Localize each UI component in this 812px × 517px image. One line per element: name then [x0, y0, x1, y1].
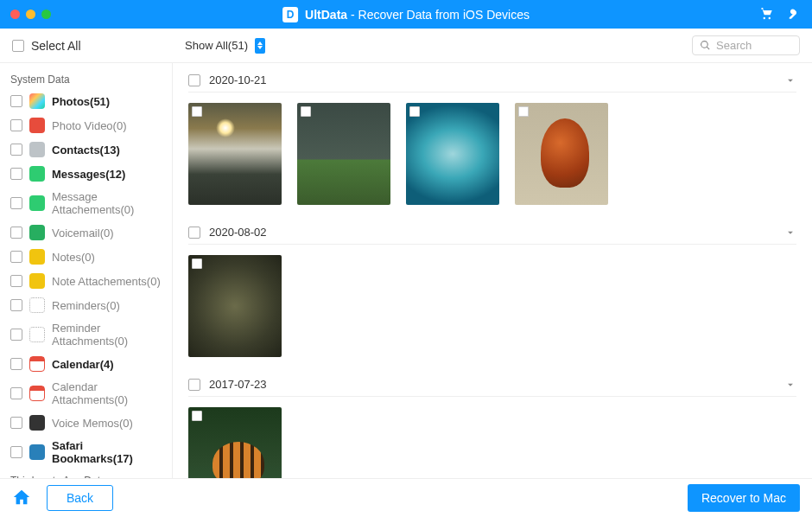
filter-dropdown[interactable]: Show All(51): [185, 38, 265, 54]
toolbar: Select All Show All(51) Search: [0, 29, 812, 63]
sidebar-item[interactable]: Reminder Attachments(0): [9, 317, 163, 352]
svg-point-1: [769, 17, 771, 19]
sidebar-section-label: Third-party App Data: [9, 469, 163, 478]
search-placeholder: Search: [716, 39, 752, 52]
home-icon[interactable]: [12, 488, 31, 509]
sidebar-item-label: Message Attachements(0): [52, 190, 162, 216]
sidebar-item[interactable]: Photo Video(0): [9, 113, 163, 137]
messages-icon: [29, 166, 45, 182]
sidebar-item-label: Safari Bookmarks(17): [52, 439, 162, 465]
sidebar-item[interactable]: Photos(51): [9, 89, 163, 113]
photo-thumbnail[interactable]: [515, 103, 608, 205]
calendar-icon: [29, 356, 45, 372]
photo-thumbnail[interactable]: [188, 255, 282, 357]
sidebar-item-label: Voicemail(0): [52, 227, 114, 239]
safari-icon: [29, 444, 45, 460]
date-label: 2017-07-23: [209, 378, 267, 391]
photo-thumbnail[interactable]: [188, 103, 282, 205]
search-input[interactable]: Search: [692, 35, 800, 55]
photo-thumbnail[interactable]: [188, 407, 282, 478]
chevron-down-icon: [784, 379, 796, 391]
close-window-button[interactable]: [10, 10, 20, 19]
sidebar-item[interactable]: Contacts(13): [9, 137, 163, 162]
checkbox-icon[interactable]: [10, 275, 22, 287]
checkbox-icon[interactable]: [409, 106, 420, 117]
sidebar-item-label: Note Attachements(0): [52, 275, 161, 288]
checkbox-icon[interactable]: [192, 106, 202, 117]
photos-icon: [29, 93, 45, 109]
maximize-window-button[interactable]: [41, 10, 51, 19]
checkbox-icon[interactable]: [10, 95, 22, 107]
select-all-label: Select All: [31, 39, 81, 53]
cart-icon[interactable]: [758, 5, 774, 23]
app-logo-icon: D: [282, 7, 298, 22]
checkbox-icon[interactable]: [188, 379, 200, 391]
calendar-icon: [29, 386, 45, 401]
sidebar-item-label: Photos(51): [52, 95, 110, 108]
checkbox-icon[interactable]: [10, 144, 22, 156]
messages-icon: [29, 195, 45, 211]
sidebar-item[interactable]: Messages(12): [9, 162, 163, 186]
checkbox-icon[interactable]: [10, 358, 22, 370]
back-button[interactable]: Back: [47, 485, 113, 511]
checkbox-icon[interactable]: [10, 299, 22, 311]
date-group-header[interactable]: 2017-07-23: [188, 373, 796, 397]
minimize-window-button[interactable]: [26, 10, 35, 19]
sidebar-item[interactable]: Voicemail(0): [9, 220, 163, 245]
footer: Back Recover to Mac: [0, 478, 812, 517]
select-all-checkbox[interactable]: Select All: [12, 39, 168, 53]
photo-thumbnail[interactable]: [406, 103, 499, 205]
sidebar-item-label: Photo Video(0): [52, 119, 127, 132]
content-area[interactable]: 2020-10-212020-08-022017-07-23: [173, 63, 812, 478]
checkbox-icon[interactable]: [518, 106, 529, 117]
voicemail-icon: [29, 225, 45, 240]
sidebar-item-label: Reminder Attachments(0): [52, 322, 162, 348]
checkbox-icon[interactable]: [192, 411, 202, 421]
notes-icon: [29, 249, 45, 265]
title-bar: D UltData - Recover Data from iOS Device…: [0, 0, 812, 29]
sidebar-item[interactable]: Message Attachements(0): [9, 186, 163, 220]
sidebar-item-label: Voice Memos(0): [52, 417, 133, 430]
sidebar-item-label: Calendar Attachments(0): [52, 380, 162, 406]
checkbox-icon[interactable]: [10, 387, 22, 399]
checkbox-icon[interactable]: [188, 227, 200, 239]
filter-label: Show All(51): [185, 39, 248, 52]
sidebar-item-label: Contacts(13): [52, 144, 120, 156]
sidebar-item[interactable]: Notes(0): [9, 245, 163, 269]
contacts-icon: [29, 142, 45, 157]
app-brand: UltData: [305, 8, 347, 22]
checkbox-icon[interactable]: [10, 446, 22, 458]
checkbox-icon[interactable]: [188, 74, 200, 86]
sidebar-item[interactable]: Calendar(4): [9, 352, 163, 376]
checkbox-icon[interactable]: [192, 258, 202, 269]
sidebar-item[interactable]: Calendar Attachments(0): [9, 376, 163, 411]
sidebar-item-label: Messages(12): [52, 168, 125, 181]
checkbox-icon[interactable]: [10, 197, 22, 209]
checkbox-icon[interactable]: [10, 168, 22, 180]
sidebar-item[interactable]: Reminders(0): [9, 293, 163, 317]
recover-button[interactable]: Recover to Mac: [688, 484, 800, 512]
checkbox-icon[interactable]: [301, 106, 311, 117]
key-icon[interactable]: [786, 5, 802, 23]
checkbox-icon[interactable]: [10, 329, 22, 341]
sidebar[interactable]: System DataPhotos(51)Photo Video(0)Conta…: [0, 63, 173, 478]
sidebar-item[interactable]: Safari Bookmarks(17): [9, 435, 163, 469]
photo-thumbnail[interactable]: [297, 103, 390, 205]
chevron-down-icon: [784, 227, 796, 239]
sidebar-item[interactable]: Note Attachements(0): [9, 269, 163, 293]
sidebar-item-label: Reminders(0): [52, 299, 120, 312]
svg-point-0: [764, 17, 765, 19]
checkbox-icon: [12, 40, 24, 52]
chevron-down-icon: [784, 74, 796, 86]
checkbox-icon[interactable]: [10, 417, 22, 429]
date-group-header[interactable]: 2020-10-21: [188, 68, 796, 93]
checkbox-icon[interactable]: [10, 251, 22, 263]
updown-icon: [255, 38, 265, 54]
reminders-icon: [29, 327, 45, 342]
window-controls: [10, 10, 51, 19]
sidebar-item[interactable]: Voice Memos(0): [9, 411, 163, 435]
date-label: 2020-08-02: [209, 226, 267, 239]
date-group-header[interactable]: 2020-08-02: [188, 220, 796, 245]
checkbox-icon[interactable]: [10, 227, 22, 239]
checkbox-icon[interactable]: [10, 119, 22, 131]
